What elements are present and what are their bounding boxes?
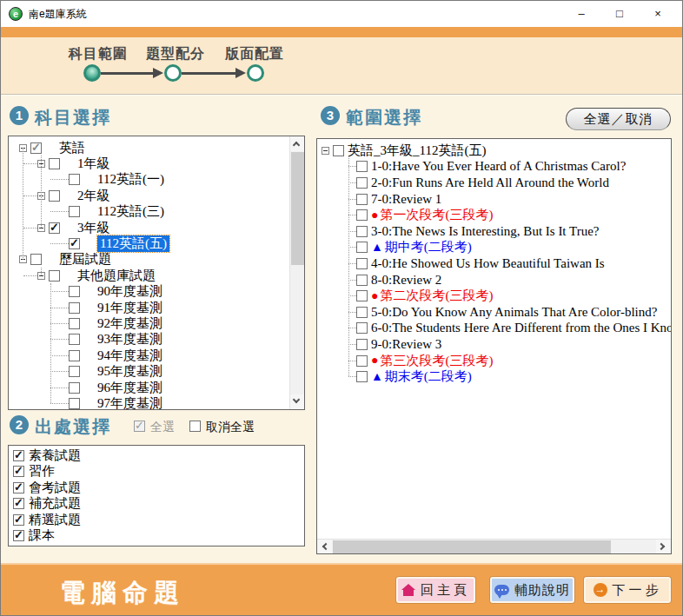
range-item[interactable]: 5-0:Do You Know Any Animals That Are Col…	[317, 304, 671, 321]
tree-checkbox[interactable]	[69, 206, 80, 217]
home-button[interactable]: 回主頁	[396, 577, 475, 603]
range-checkbox[interactable]	[356, 242, 368, 253]
tree-checkbox[interactable]	[69, 302, 80, 314]
tree-item-label[interactable]: 97年度基測	[97, 395, 162, 410]
tree-checkbox[interactable]	[30, 254, 42, 265]
tree-item[interactable]: 112英語(三)	[9, 204, 288, 220]
tree-item-label[interactable]: 96年度基測	[97, 380, 162, 396]
range-checkbox[interactable]	[356, 209, 368, 221]
vertical-scrollbar[interactable]	[289, 136, 304, 409]
range-item[interactable]: 4-0:He Showed Us How Beautiful Taiwan Is	[317, 255, 671, 272]
tree-checkbox[interactable]	[69, 382, 80, 394]
tree-item-label[interactable]: 歷屆試題	[59, 251, 111, 268]
source-item[interactable]: 課本	[9, 528, 304, 545]
scroll-down-button[interactable]	[290, 394, 305, 409]
tree-item-label[interactable]: 其他題庫試題	[77, 268, 156, 284]
range-item[interactable]: 6-0:The Students Here Are Different from…	[317, 321, 671, 337]
scroll-right-button[interactable]	[656, 540, 671, 554]
range-item-label[interactable]: 6-0:The Students Here Are Different from…	[371, 321, 672, 335]
source-item[interactable]: 會考試題	[9, 480, 304, 496]
tree-checkbox[interactable]	[69, 174, 80, 185]
next-step-button[interactable]: → 下一步	[584, 577, 671, 603]
range-item-label[interactable]: 9-0:Review 3	[371, 337, 441, 352]
tree-item-label[interactable]: 2年級	[77, 188, 110, 204]
tree-item-label[interactable]: 1年級	[77, 156, 110, 172]
range-checkbox[interactable]	[356, 275, 368, 286]
range-item[interactable]: ●第一次段考(三段考)	[317, 207, 671, 223]
range-item[interactable]: ●第三次段考(三段考)	[317, 353, 671, 369]
source-item[interactable]: 精選試題	[9, 512, 304, 528]
tree-item[interactable]: 其他題庫試題	[9, 268, 288, 283]
range-item-label[interactable]: 期中考(二段考)	[385, 239, 472, 255]
tree-item-label[interactable]: 95年度基測	[97, 363, 162, 380]
tree-checkbox[interactable]	[49, 270, 60, 282]
range-item-label[interactable]: 第三次段考(三段考)	[380, 353, 493, 369]
range-checkbox[interactable]	[356, 307, 368, 318]
tree-checkbox[interactable]	[49, 158, 60, 169]
scroll-left-button[interactable]	[317, 540, 332, 554]
tree-checkbox[interactable]	[69, 398, 80, 409]
range-checkbox[interactable]	[356, 355, 368, 367]
range-checkbox[interactable]	[356, 161, 368, 172]
maximize-button[interactable]: □	[600, 1, 639, 27]
range-item-label[interactable]: 4-0:He Showed Us How Beautiful Taiwan Is	[371, 256, 605, 271]
scroll-up-button[interactable]	[290, 136, 305, 151]
tree-checkbox[interactable]	[69, 238, 80, 249]
tree-item[interactable]: 112英語(五)	[9, 235, 288, 251]
tree-item[interactable]: 1年級	[9, 156, 288, 171]
range-item-label[interactable]: 第一次段考(三段考)	[380, 207, 493, 223]
tree-item-label[interactable]: 92年度基測	[97, 315, 162, 332]
tree-item-label[interactable]: 英語	[59, 140, 85, 156]
tree-item[interactable]: 112英語(一)	[9, 172, 288, 188]
range-item[interactable]: 9-0:Review 3	[317, 336, 671, 353]
range-checkbox[interactable]	[356, 371, 368, 382]
tree-checkbox[interactable]	[49, 190, 60, 202]
range-item-label[interactable]: 5-0:Do You Know Any Animals That Are Col…	[371, 305, 657, 320]
source-checkbox[interactable]	[13, 530, 24, 541]
range-checkbox[interactable]	[356, 258, 368, 269]
range-item-label[interactable]: 8-0:Review 2	[371, 273, 441, 288]
tree-item-label[interactable]: 112英語(五)	[97, 235, 169, 252]
tree-item-label[interactable]: 90年度基測	[97, 283, 162, 300]
range-item[interactable]: 7-0:Review 1	[317, 191, 671, 208]
tree-item-label[interactable]: 91年度基測	[97, 300, 162, 316]
source-item[interactable]: 素養試題	[9, 447, 304, 464]
tree-item[interactable]: 英語	[9, 140, 288, 156]
source-checkbox[interactable]	[13, 514, 24, 526]
tree-checkbox[interactable]	[69, 286, 80, 297]
range-item[interactable]: 2-0:Fun Runs Are Held All Around the Wor…	[317, 175, 671, 191]
tree-item-label[interactable]: 94年度基測	[97, 348, 162, 364]
range-item[interactable]: ▲期末考(二段考)	[317, 368, 671, 385]
source-checkbox[interactable]	[13, 450, 24, 461]
tree-checkbox[interactable]	[69, 366, 80, 377]
range-item-label[interactable]: 英語_3年級_112英語(五)	[348, 142, 486, 159]
source-checkbox[interactable]	[13, 482, 24, 493]
minimize-button[interactable]: –	[562, 1, 600, 27]
range-item[interactable]: ▲期中考(二段考)	[317, 240, 671, 256]
range-checkbox[interactable]	[356, 226, 368, 237]
tree-checkbox[interactable]	[30, 142, 42, 154]
range-item[interactable]: ●第二次段考(三段考)	[317, 288, 671, 304]
range-checkbox[interactable]	[333, 145, 344, 156]
horizontal-scrollbar[interactable]	[317, 539, 671, 553]
select-all-toggle-button[interactable]: 全選／取消	[566, 108, 671, 130]
range-checkbox[interactable]	[356, 322, 368, 334]
tree-item[interactable]: 歷屆試題	[9, 252, 288, 268]
tree-checkbox[interactable]	[49, 222, 60, 234]
tree-checkbox[interactable]	[69, 334, 80, 345]
range-checkbox[interactable]	[356, 177, 368, 189]
range-item[interactable]: 3-0:The News Is Interesting, But Is It T…	[317, 223, 671, 240]
source-item[interactable]: 習作	[9, 464, 304, 480]
scrollbar-thumb[interactable]	[291, 152, 304, 265]
range-item-label[interactable]: 3-0:The News Is Interesting, But Is It T…	[371, 224, 599, 239]
range-item-label[interactable]: 期末考(二段考)	[385, 368, 472, 385]
tree-item-label[interactable]: 112英語(三)	[97, 203, 164, 220]
help-button[interactable]: 輔助說明	[490, 577, 574, 603]
range-item-label[interactable]: 1-0:Have You Ever Heard of A Christmas C…	[371, 159, 626, 174]
tree-checkbox[interactable]	[69, 350, 80, 361]
scrollbar-thumb[interactable]	[333, 540, 611, 553]
range-item[interactable]: 英語_3年級_112英語(五)	[317, 142, 671, 159]
tree-item[interactable]: 2年級	[9, 188, 288, 203]
source-checkbox[interactable]	[13, 498, 24, 509]
tree-item-label[interactable]: 112英語(一)	[97, 171, 164, 188]
